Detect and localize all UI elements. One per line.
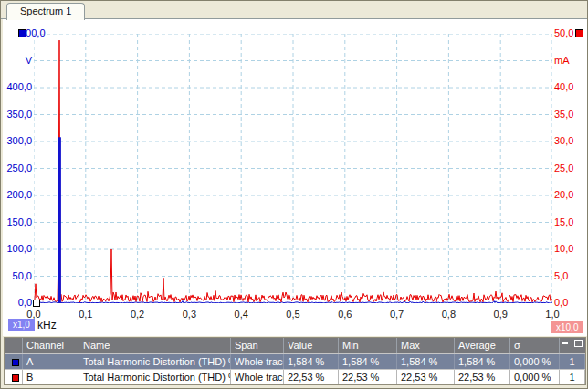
spectrum-window: Spectrum 1 x1,0 kHz x10,0 500,0V400,0350… — [0, 0, 588, 389]
cell-channel: A — [23, 354, 79, 369]
right-axis-tick: 20,0 — [554, 189, 573, 200]
cell-sigma: 0,000 % — [510, 354, 560, 369]
right-axis-tick: 30,0 — [554, 135, 573, 146]
measurement-row-b[interactable]: BTotal Harmonic Distortion (THD) %Whole … — [5, 369, 585, 384]
header-icon-column[interactable] — [5, 338, 23, 353]
cell-span: Whole trace — [231, 354, 284, 369]
channel-color-icon — [5, 354, 23, 369]
tab-spectrum-1[interactable]: Spectrum 1 — [6, 3, 85, 20]
right-axis-tick: 35,0 — [554, 109, 573, 120]
cell-channel: B — [23, 370, 79, 384]
minimize-pane-button[interactable] — [560, 339, 570, 348]
chart-panel: x1,0 kHz x10,0 500,0V400,0350,0300,0250,… — [3, 19, 587, 336]
measurements-header-row: ChannelNameSpanValueMinMaxAverageσ — [5, 338, 585, 353]
x-axis-tick: 0,5 — [275, 309, 311, 320]
right-axis-tick: 5,0 — [554, 270, 568, 281]
cell-count: 1 — [560, 354, 585, 369]
x-axis-tick: 0,9 — [482, 309, 519, 320]
x-axis-tick: 0,1 — [68, 309, 104, 320]
spectrum-plot-area[interactable] — [34, 34, 552, 303]
x-axis-tick: 1,0 — [534, 309, 571, 320]
left-axis-tick: 150,0 — [3, 216, 32, 227]
restore-pane-button[interactable] — [573, 339, 583, 348]
right-axis-tick: 10,0 — [554, 243, 573, 254]
measurement-row-a[interactable]: ATotal Harmonic Distortion (THD) %Whole … — [5, 353, 585, 369]
x-axis-unit-label: kHz — [37, 319, 57, 331]
measurements-body: ATotal Harmonic Distortion (THD) %Whole … — [5, 353, 585, 384]
cell-name: Total Harmonic Distortion (THD) % — [79, 370, 231, 384]
x-axis-tick: 0,3 — [171, 309, 207, 320]
x-axis-tick: 0,2 — [120, 309, 156, 320]
header-[interactable]: σ — [510, 338, 560, 353]
right-axis-tick: 50,0 — [554, 27, 573, 38]
cell-min: 1,584 % — [339, 354, 397, 369]
tab-bar: Spectrum 1 — [1, 1, 587, 19]
left-axis-tick: 0,0 — [3, 297, 32, 308]
header-min[interactable]: Min — [339, 338, 397, 353]
right-axis-tick: 0,0 — [554, 297, 568, 308]
left-axis-tick: 250,0 — [3, 163, 32, 173]
cell-max: 22,53 % — [397, 370, 455, 384]
channel-a-axis-marker[interactable] — [18, 29, 26, 37]
left-axis-tick: V — [3, 55, 32, 66]
channel-color-icon — [5, 370, 23, 384]
cell-value: 22,53 % — [284, 370, 339, 384]
cell-average: 22,53 % — [455, 370, 510, 384]
left-axis-tick: 50,0 — [3, 270, 32, 281]
cell-sigma: 0,000 % — [510, 370, 560, 384]
axis-origin-handle[interactable] — [33, 300, 40, 307]
right-axis-tick: 15,0 — [554, 216, 573, 227]
right-axis-tick: 25,0 — [554, 163, 573, 173]
header-value[interactable]: Value — [284, 338, 339, 353]
x-axis-tick: 0,7 — [379, 309, 415, 320]
left-axis-tick: 400,0 — [3, 81, 32, 92]
measurements-table: ChannelNameSpanValueMinMaxAverageσ ATota… — [4, 337, 586, 385]
header-max[interactable]: Max — [397, 338, 455, 353]
header-average[interactable]: Average — [455, 338, 510, 353]
cell-value: 1,584 % — [284, 354, 339, 369]
right-axis-tick: mA — [554, 55, 570, 66]
x-axis-tick: 0,8 — [430, 309, 467, 320]
header-span[interactable]: Span — [231, 338, 284, 353]
cell-average: 1,584 % — [455, 354, 510, 369]
header-name[interactable]: Name — [79, 338, 231, 353]
cell-min: 22,53 % — [339, 370, 397, 384]
x-axis-tick: 0,6 — [327, 309, 363, 320]
right-axis-multiplier-badge[interactable]: x10,0 — [551, 321, 583, 333]
cell-count: 1 — [560, 370, 585, 384]
left-axis-tick: 100,0 — [3, 243, 32, 254]
cell-max: 1,584 % — [397, 354, 455, 369]
left-axis-tick: 200,0 — [3, 189, 32, 200]
left-axis-multiplier-badge[interactable]: x1,0 — [8, 319, 35, 331]
x-axis-tick: 0,4 — [223, 309, 259, 320]
cell-span: Whole trace — [231, 370, 284, 384]
channel-b-axis-marker[interactable] — [575, 29, 583, 37]
left-axis-tick: 300,0 — [3, 135, 32, 146]
left-axis-tick: 350,0 — [3, 109, 32, 120]
cell-name: Total Harmonic Distortion (THD) % — [79, 354, 231, 369]
header-channel[interactable]: Channel — [23, 338, 79, 353]
right-axis-tick: 40,0 — [554, 81, 573, 92]
